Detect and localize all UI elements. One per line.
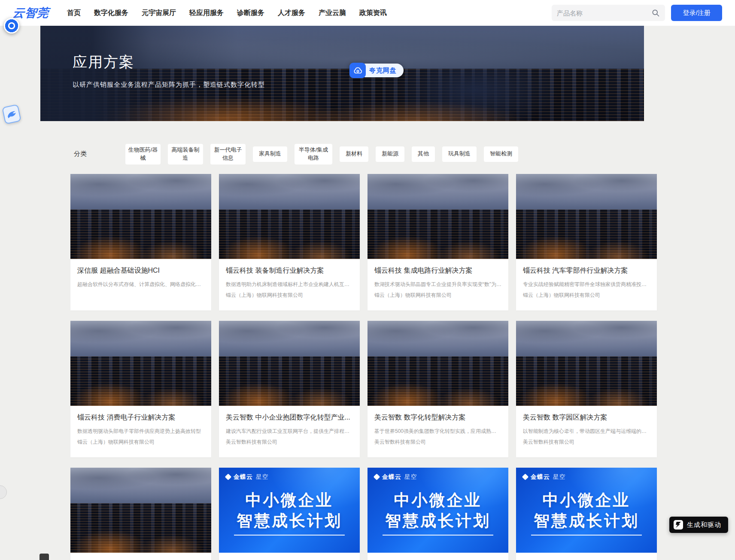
page-subtitle: 以研产供销服全业务流程产品矩阵为抓手，塑造链式数字化转型 bbox=[73, 81, 265, 89]
filter-chip-other[interactable]: 其他 bbox=[412, 146, 435, 162]
card-title: 美云智数 数字园区解决方案 bbox=[523, 413, 650, 422]
kingdee-diamond-icon bbox=[522, 474, 529, 481]
top-navbar: 云智莞 首页 数字化服务 元宇宙展厅 轻应用服务 诊断服务 人才服务 产业云脑 … bbox=[0, 0, 735, 26]
card-description: 数据透明助力机床制造领域标杆上市企业构建人机互联互通的工业互联网 bbox=[226, 281, 353, 288]
nav-item-policy-news[interactable]: 政策资讯 bbox=[359, 9, 387, 18]
nav-item-industry-cloud-brain[interactable]: 产业云脑 bbox=[319, 9, 346, 18]
card-city-image bbox=[70, 468, 211, 553]
nav-item-light-apps[interactable]: 轻应用服务 bbox=[189, 9, 224, 18]
kingdee-logo: 金蝶云星空 bbox=[226, 473, 269, 481]
kingdee-banner-image: 金蝶云星空 中小微企业 智慧成长计划 bbox=[516, 468, 657, 553]
ai-assistant-button[interactable]: 生成和驱动 bbox=[669, 517, 728, 533]
card-company: 锱云（上海）物联网科技有限公司 bbox=[374, 292, 501, 299]
kingdee-slogan: 中小微企业 智慧成长计划 bbox=[219, 490, 360, 536]
card-description: 基于世界500强美的集团数字化转型实践，应用成熟的数字化转型方法... bbox=[374, 428, 501, 435]
filter-chip-toys[interactable]: 玩具制造 bbox=[442, 146, 477, 162]
solution-card[interactable]: 锱云科技 汽车零部件行业解决方案 专业实战经验赋能精密零部件全球独家供货商精准投… bbox=[516, 174, 657, 310]
filter-chip-high-end-equipment[interactable]: 高端装备制造 bbox=[168, 144, 203, 164]
filter-chip-smart-inspection[interactable]: 智能检测 bbox=[484, 146, 518, 162]
nav-item-diagnosis[interactable]: 诊断服务 bbox=[237, 9, 264, 18]
solution-card[interactable]: 深信服 超融合基础设施HCI 超融合软件以分布式存储、计算虚拟化、网络虚拟化、安… bbox=[70, 174, 211, 310]
kingdee-banner-image: 金蝶云星空 中小微企业 智慧成长计划 bbox=[368, 468, 508, 553]
card-company: 锱云（上海）物联网科技有限公司 bbox=[77, 438, 204, 446]
card-title: 锱云科技 装备制造行业解决方案 bbox=[226, 266, 353, 275]
side-widget-handle[interactable] bbox=[0, 485, 7, 499]
card-description: 专业实战经验赋能精密零部件全球独家供货商精准投出高ROI bbox=[523, 281, 650, 288]
search-input[interactable] bbox=[557, 9, 651, 17]
kingdee-slogan: 中小微企业 智慧成长计划 bbox=[516, 490, 657, 536]
filter-chip-biomedicine[interactable]: 生物医药/器械 bbox=[125, 144, 161, 164]
card-description: 建设汽车汽配行业级工业互联网平台，提供生产排程、计划调度、数据... bbox=[226, 428, 353, 435]
card-company: 美云智数科技有限公司 bbox=[523, 438, 650, 446]
card-description: 超融合软件以分布式存储、计算虚拟化、网络虚拟化、安全虚拟化等软... bbox=[77, 281, 204, 288]
card-title: 美云智数 中小企业抱团数字化转型产业... bbox=[226, 413, 353, 422]
quark-netdisk-overlay-button[interactable]: 夸克网盘 bbox=[349, 63, 404, 78]
card-company: 锱云（上海）物联网科技有限公司 bbox=[226, 292, 353, 299]
hero-left-overlay bbox=[40, 26, 644, 121]
card-title: 锱云科技 消费电子行业解决方案 bbox=[77, 413, 204, 422]
card-title: 美云智数 数字化转型解决方案 bbox=[374, 413, 501, 422]
filter-chip-list: 生物医药/器械 高端装备制造 新一代电子信息 家具制造 半导体/集成电路 新材料… bbox=[125, 144, 518, 164]
card-city-image bbox=[70, 174, 211, 259]
site-logo[interactable]: 云智莞 bbox=[12, 5, 50, 21]
kingdee-logo: 金蝶云星空 bbox=[374, 473, 417, 481]
card-city-image bbox=[219, 321, 360, 406]
solution-card[interactable]: 金蝶云星空 中小微企业 智慧成长计划 金蝶云 星空汽配汽车行业解决方案 bbox=[516, 468, 657, 560]
solution-card[interactable]: 美云智数 数字化转型解决方案 基于世界500强美的集团数字化转型实践，应用成熟的… bbox=[368, 321, 508, 457]
filter-label: 分类 bbox=[74, 150, 87, 158]
nav-item-home[interactable]: 首页 bbox=[67, 9, 81, 18]
bird-icon bbox=[5, 108, 18, 121]
kingdee-banner-image: 金蝶云星空 中小微企业 智慧成长计划 bbox=[219, 468, 360, 553]
kingdee-diamond-icon bbox=[374, 474, 380, 481]
card-company: 锱云（上海）物联网科技有限公司 bbox=[523, 292, 650, 299]
filter-chip-new-materials[interactable]: 新材料 bbox=[340, 146, 368, 162]
nav-item-digital-services[interactable]: 数字化服务 bbox=[94, 9, 128, 18]
category-filter-bar: 分类 生物医药/器械 高端装备制造 新一代电子信息 家具制造 半导体/集成电路 … bbox=[70, 144, 658, 164]
solution-card-grid: 深信服 超融合基础设施HCI 超融合软件以分布式存储、计算虚拟化、网络虚拟化、安… bbox=[70, 174, 658, 560]
solution-card[interactable]: 美云智数 智慧供应链解决方案 bbox=[70, 468, 211, 560]
assistant-label: 生成和驱动 bbox=[687, 521, 721, 529]
card-description: 以智能制造为核心牵引，带动园区生产端与运维端的数字化覆盖，使企... bbox=[523, 428, 650, 435]
cloud-icon bbox=[349, 63, 366, 78]
hero-banner: 应用方案 以研产供销服全业务流程产品矩阵为抓手，塑造链式数字化转型 夸克网盘 bbox=[40, 26, 644, 121]
filter-chip-furniture[interactable]: 家具制造 bbox=[253, 146, 287, 162]
quark-netdisk-label: 夸克网盘 bbox=[363, 64, 404, 77]
nav-item-metaverse-hall[interactable]: 元宇宙展厅 bbox=[142, 9, 176, 18]
filter-chip-next-gen-electronics[interactable]: 新一代电子信息 bbox=[210, 144, 246, 164]
page-title: 应用方案 bbox=[73, 52, 134, 72]
card-company: 美云智数科技有限公司 bbox=[226, 438, 353, 446]
nav-item-talent[interactable]: 人才服务 bbox=[278, 9, 305, 18]
solution-card[interactable]: 金蝶云星空 中小微企业 智慧成长计划 金蝶云 星空3C数码行业解决方案 bbox=[219, 468, 360, 560]
main-nav: 首页 数字化服务 元宇宙展厅 轻应用服务 诊断服务 人才服务 产业云脑 政策资讯 bbox=[67, 9, 387, 18]
card-title: 锱云科技 汽车零部件行业解决方案 bbox=[523, 266, 650, 275]
kingdee-logo: 金蝶云星空 bbox=[523, 473, 566, 481]
bottom-left-widget-icon[interactable] bbox=[39, 554, 49, 560]
card-company: 美云智数科技有限公司 bbox=[374, 438, 501, 446]
record-widget-icon[interactable] bbox=[4, 18, 19, 33]
card-title: 深信服 超融合基础设施HCI bbox=[77, 266, 204, 275]
card-title: 锱云科技 集成电路行业解决方案 bbox=[374, 266, 501, 275]
search-icon[interactable] bbox=[651, 9, 660, 17]
card-city-image bbox=[368, 321, 508, 406]
kingdee-slogan: 中小微企业 智慧成长计划 bbox=[368, 490, 508, 536]
card-city-image bbox=[516, 321, 657, 406]
card-city-image bbox=[516, 174, 657, 259]
solution-card[interactable]: 锱云科技 消费电子行业解决方案 数据透明驱动头部电子零部件供应商逆势上扬高效转型… bbox=[70, 321, 211, 457]
solution-card[interactable]: 美云智数 数字园区解决方案 以智能制造为核心牵引，带动园区生产端与运维端的数字化… bbox=[516, 321, 657, 457]
filter-chip-semiconductor[interactable]: 半导体/集成电路 bbox=[295, 144, 332, 164]
kingdee-diamond-icon bbox=[225, 474, 232, 481]
card-city-image bbox=[70, 321, 211, 406]
card-description: 数据透明驱动头部电子零部件供应商逆势上扬高效转型 bbox=[77, 428, 204, 435]
assistant-logo-icon bbox=[674, 520, 683, 530]
solution-card[interactable]: 金蝶云星空 中小微企业 智慧成长计划 金蝶云 星空家电行业解决方案 bbox=[368, 468, 508, 560]
card-city-image bbox=[219, 174, 360, 259]
card-city-image bbox=[368, 174, 508, 259]
solution-card[interactable]: 锱云科技 集成电路行业解决方案 数湖技术驱动头部晶圆专工企业提升良率实现变“数”… bbox=[368, 174, 508, 310]
card-description: 数湖技术驱动头部晶圆专工企业提升良率实现变“数”为“宝” bbox=[374, 281, 501, 288]
solution-card[interactable]: 锱云科技 装备制造行业解决方案 数据透明助力机床制造领域标杆上市企业构建人机互联… bbox=[219, 174, 360, 310]
bird-sticker-button[interactable] bbox=[2, 104, 21, 124]
filter-chip-new-energy[interactable]: 新能源 bbox=[376, 146, 404, 162]
solution-card[interactable]: 美云智数 中小企业抱团数字化转型产业... 建设汽车汽配行业级工业互联网平台，提… bbox=[219, 321, 360, 457]
product-search-box[interactable] bbox=[552, 5, 665, 21]
login-register-button[interactable]: 登录/注册 bbox=[671, 5, 722, 21]
